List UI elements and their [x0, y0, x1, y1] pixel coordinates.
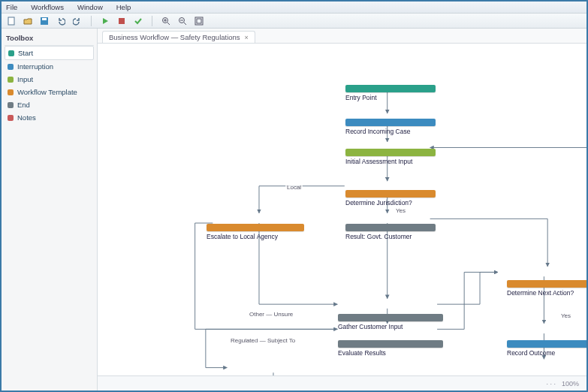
- node-label: Determine Jurisdiction?: [345, 199, 436, 207]
- node-header-bar: [507, 280, 586, 288]
- undo-icon[interactable]: [55, 15, 67, 27]
- node-header-bar: [338, 340, 443, 348]
- svg-line-5: [167, 23, 170, 25]
- menu-window[interactable]: Window: [77, 3, 103, 11]
- node-label: Record Incoming Case: [345, 128, 436, 135]
- node-header-bar: [207, 224, 304, 231]
- save-icon[interactable]: [38, 15, 50, 27]
- node-header-bar: [345, 85, 436, 92]
- sidebar-item-end[interactable]: End: [5, 98, 94, 111]
- workflow-node[interactable]: Record Incoming Case: [345, 119, 436, 135]
- workflow-node[interactable]: Initial Assessment Input: [345, 149, 436, 165]
- svg-rect-12: [197, 19, 201, 23]
- workflow-node[interactable]: Determine Next Action?: [507, 280, 586, 297]
- node-label: Gather Customer Input: [338, 323, 443, 330]
- edge-label: Yes: [559, 312, 572, 319]
- edge-label: Yes: [394, 207, 407, 214]
- node-header-bar: [345, 119, 436, 126]
- run-icon[interactable]: [99, 15, 111, 27]
- sidebar-item-label: Input: [17, 75, 33, 83]
- workflow-node[interactable]: Escalate to Local Agency: [207, 224, 304, 240]
- tabstrip: Business Workflow — Safety Regulations ×: [98, 29, 586, 44]
- svg-rect-2: [42, 18, 47, 20]
- toolbar-separator: [152, 16, 152, 26]
- node-label: Evaluate Results: [338, 349, 443, 357]
- node-header-bar: [345, 190, 436, 198]
- edge-label: Regulated — Subject To: [229, 337, 297, 344]
- sidebar-item-workflow-template[interactable]: Workflow Template: [5, 86, 94, 98]
- canvas-area: Business Workflow — Safety Regulations ×: [98, 29, 586, 390]
- node-label: Determine Next Action?: [507, 289, 586, 297]
- sidebar-item-label: Notes: [17, 113, 36, 122]
- node-label: Escalate to Local Agency: [207, 233, 304, 240]
- status-pos: · · ·: [546, 380, 556, 387]
- sidebar-item-label: Interruption: [17, 62, 53, 71]
- palette-swatch-icon: [8, 77, 14, 83]
- palette-swatch-icon: [8, 115, 14, 121]
- node-header-bar: [507, 340, 586, 348]
- node-label: Initial Assessment Input: [345, 158, 436, 165]
- workflow-node[interactable]: Result: Govt. Customer: [345, 224, 436, 240]
- fit-icon[interactable]: [193, 15, 205, 27]
- status-zoom: 100%: [562, 380, 579, 387]
- svg-rect-3: [119, 18, 125, 24]
- stop-icon[interactable]: [116, 15, 128, 27]
- edge-label: Other — Unsure: [248, 311, 294, 318]
- node-header-bar: [345, 149, 436, 156]
- palette-swatch-icon: [8, 102, 14, 108]
- sidebar-item-interruption[interactable]: Interruption: [5, 60, 94, 73]
- redo-icon[interactable]: [71, 15, 83, 27]
- node-label: Result: Govt. Customer: [345, 233, 436, 240]
- statusbar: · · · 100%: [98, 375, 586, 390]
- menubar: File Workflows Window Help: [2, 2, 586, 14]
- palette-swatch-icon: [8, 89, 14, 95]
- workflow-node[interactable]: Determine Jurisdiction?: [345, 190, 436, 207]
- close-icon[interactable]: ×: [245, 34, 249, 41]
- sidebar-item-notes[interactable]: Notes: [5, 111, 94, 124]
- node-header-bar: [345, 224, 436, 231]
- palette-swatch-icon: [8, 64, 14, 70]
- workflow-node[interactable]: Evaluate Results: [338, 340, 443, 357]
- workflow-node[interactable]: Gather Customer Input: [338, 314, 443, 330]
- svg-line-9: [184, 23, 186, 25]
- new-icon[interactable]: [5, 15, 17, 27]
- node-label: Record Outcome: [507, 349, 586, 357]
- menu-help[interactable]: Help: [116, 3, 131, 11]
- tab-workflow[interactable]: Business Workflow — Safety Regulations ×: [102, 31, 255, 43]
- sidebar-item-label: Workflow Template: [17, 88, 77, 96]
- tab-label: Business Workflow — Safety Regulations: [109, 33, 240, 41]
- open-icon[interactable]: [22, 15, 34, 27]
- workspace: Toolbox StartInterruptionInputWorkflow T…: [2, 29, 586, 390]
- menu-file[interactable]: File: [6, 3, 17, 11]
- workflow-canvas[interactable]: Local Yes No Yes Other — Unsure Regulate…: [98, 44, 586, 375]
- sidebar-header: Toolbox: [5, 32, 94, 46]
- toolbar-separator: [91, 16, 92, 26]
- node-label: Entry Point: [345, 94, 436, 101]
- svg-rect-0: [8, 17, 14, 25]
- validate-icon[interactable]: [132, 15, 144, 27]
- workflow-node[interactable]: Record Outcome: [507, 340, 586, 357]
- sidebar-item-label: Start: [18, 49, 33, 57]
- edge-label: Local: [285, 184, 303, 191]
- sidebar-item-label: End: [17, 101, 30, 109]
- sidebar-toolbox: Toolbox StartInterruptionInputWorkflow T…: [2, 29, 98, 390]
- zoom-in-icon[interactable]: [160, 15, 172, 27]
- sidebar-item-start[interactable]: Start: [5, 46, 94, 60]
- toolbar: [2, 14, 586, 29]
- application-window: File Workflows Window Help Toolbox Start…: [0, 0, 588, 392]
- menu-workflows[interactable]: Workflows: [31, 3, 64, 11]
- node-header-bar: [338, 314, 443, 321]
- palette-swatch-icon: [8, 50, 14, 56]
- zoom-out-icon[interactable]: [176, 15, 188, 27]
- sidebar-item-input[interactable]: Input: [5, 73, 94, 86]
- workflow-node[interactable]: Entry Point: [345, 85, 436, 101]
